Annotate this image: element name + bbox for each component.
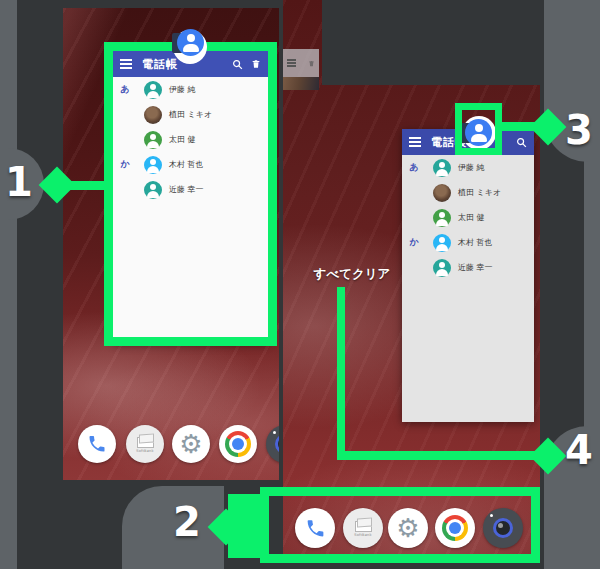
section-index-label: あ [407, 155, 421, 180]
callout-number-4: 4 [562, 430, 596, 470]
envelope-glyph [137, 437, 154, 448]
contact-avatar [433, 159, 451, 177]
contact-name: 木村 哲也 [458, 230, 493, 255]
camera-dot [273, 431, 276, 434]
chrome-icon[interactable] [219, 425, 257, 463]
contact-row[interactable]: あ 伊藤 純 [402, 155, 534, 180]
recents-tutorial-screenshot: 電話帳 あ 伊藤 純 植田 ミキオ 太田 健 か 木村 哲也 [0, 0, 600, 569]
previous-card-peek[interactable] [283, 49, 319, 77]
highlight-rect-dock [260, 487, 540, 563]
contact-row[interactable]: 太田 健 [402, 205, 534, 230]
phone-icon[interactable] [78, 425, 116, 463]
clear-all-button[interactable]: すべてクリア [302, 266, 402, 283]
callout4-connector-vertical [337, 287, 345, 459]
delete-icon [308, 59, 315, 68]
contact-name: 伊藤 純 [458, 155, 485, 180]
callout4-connector-horizontal [337, 451, 542, 460]
contact-row[interactable]: 近藤 幸一 [402, 255, 534, 280]
settings-icon[interactable]: ⚙ [172, 425, 210, 463]
contact-avatar [433, 234, 451, 252]
gear-glyph: ⚙ [179, 431, 202, 457]
phone-screenshot-right: 電話帳 あ 伊藤 純 植田 ミキオ 太田 健 か 木村 哲也 近藤 幸一 + [283, 0, 540, 562]
chrome-glyph [225, 431, 251, 457]
contact-row[interactable]: 植田 ミキオ [402, 180, 534, 205]
recents-dim-area [322, 0, 540, 85]
search-icon[interactable] [516, 137, 527, 148]
contact-name: 太田 健 [458, 205, 485, 230]
contact-name: 植田 ミキオ [458, 180, 501, 205]
gray-edge-left [0, 0, 17, 569]
callout-number-2: 2 [170, 502, 204, 542]
mail-label: SoftBank [136, 449, 153, 453]
mail-icon[interactable]: SoftBank [126, 425, 164, 463]
person-glyph [177, 29, 204, 56]
contact-row[interactable]: か 木村 哲也 [402, 230, 534, 255]
contact-avatar [433, 209, 451, 227]
highlight-rect-card-left [104, 42, 277, 346]
callout-number-1: 1 [2, 162, 36, 202]
contact-avatar [433, 184, 451, 202]
contacts-app-icon[interactable] [177, 29, 204, 56]
contact-list: あ 伊藤 純 植田 ミキオ 太田 健 か 木村 哲也 近藤 幸一 [402, 155, 534, 280]
recents-card-contacts[interactable]: 電話帳 あ 伊藤 純 植田 ミキオ 太田 健 か 木村 哲也 近藤 幸一 + [402, 129, 534, 422]
menu-icon[interactable] [409, 141, 421, 143]
contact-name: 近藤 幸一 [458, 255, 493, 280]
menu-icon [287, 62, 296, 64]
camera-lens-glyph [275, 434, 279, 454]
contact-avatar [433, 259, 451, 277]
section-index-label: か [407, 230, 421, 255]
photo-card-peek[interactable] [283, 77, 319, 90]
highlight-square-app-icon [455, 103, 502, 155]
callout-number-3: 3 [562, 110, 596, 150]
